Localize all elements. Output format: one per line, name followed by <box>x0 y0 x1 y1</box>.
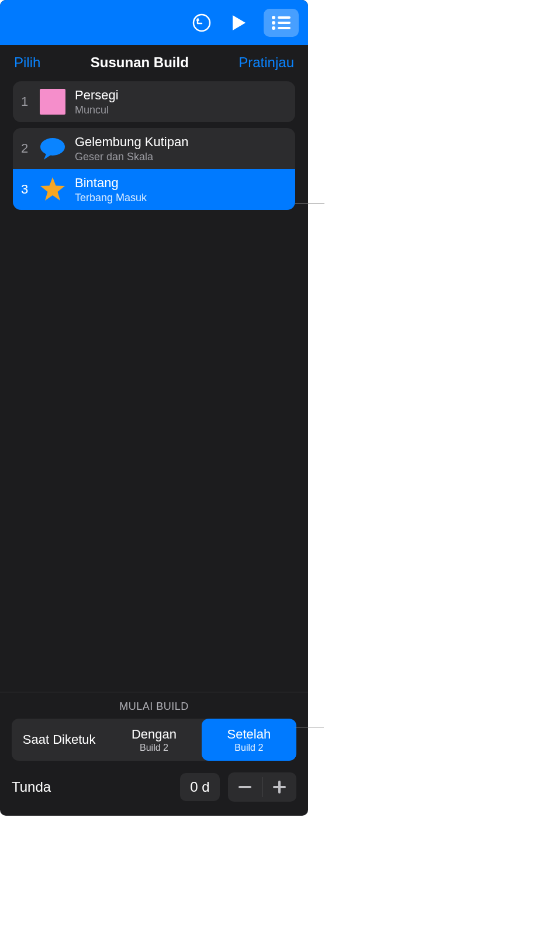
build-subtitle: Terbang Masuk <box>75 192 147 204</box>
play-button[interactable] <box>226 10 252 36</box>
star-icon <box>39 175 67 203</box>
panel-title: Susunan Build <box>91 54 189 71</box>
plus-icon <box>273 781 286 793</box>
build-subtitle: Muncul <box>75 104 119 116</box>
build-text: Gelembung Kutipan Geser dan Skala <box>75 134 188 163</box>
build-text: Bintang Terbang Masuk <box>75 175 147 204</box>
segment-on-tap[interactable]: Saat Diketuk <box>12 719 106 761</box>
delay-row: Tunda 0 d <box>12 772 296 802</box>
build-title: Bintang <box>75 175 147 191</box>
svg-rect-8 <box>238 786 251 788</box>
segment-title: Setelah <box>227 727 271 742</box>
segment-with[interactable]: Dengan Build 2 <box>106 719 201 761</box>
build-text: Persegi Muncul <box>75 88 119 116</box>
spacer <box>0 216 308 692</box>
minus-icon <box>238 786 251 788</box>
build-subtitle: Geser dan Skala <box>75 151 188 163</box>
build-title: Gelembung Kutipan <box>75 134 188 150</box>
callout-line <box>295 203 324 203</box>
build-item[interactable]: 1 Persegi Muncul <box>13 81 295 122</box>
play-icon <box>231 14 247 32</box>
start-build-label: MULAI BUILD <box>12 701 296 713</box>
svg-rect-10 <box>278 781 281 793</box>
stepper-plus-button[interactable] <box>262 772 296 802</box>
svg-point-3 <box>272 21 275 25</box>
build-item-selected[interactable]: 3 Bintang Terbang Masuk <box>13 169 295 210</box>
toolbar <box>0 0 308 45</box>
callout-line <box>295 727 324 727</box>
list-button[interactable] <box>264 9 299 37</box>
segment-title: Saat Diketuk <box>23 732 96 747</box>
svg-rect-6 <box>278 27 291 29</box>
select-link[interactable]: Pilih <box>14 54 40 71</box>
speech-bubble-icon <box>39 134 67 163</box>
header-row: Pilih Susunan Build Pratinjau <box>0 45 308 81</box>
undo-icon <box>192 13 212 33</box>
build-list: 1 Persegi Muncul 2 <box>0 81 308 216</box>
build-item[interactable]: 2 Gelembung Kutipan Geser dan Skala <box>13 128 295 169</box>
stepper-minus-button[interactable] <box>228 772 262 802</box>
svg-point-5 <box>272 26 275 30</box>
delay-stepper <box>228 772 296 802</box>
bottom-section: MULAI BUILD Saat Diketuk Dengan Build 2 … <box>0 692 308 816</box>
build-number: 3 <box>19 182 30 197</box>
square-shape-icon <box>39 88 67 116</box>
build-number: 1 <box>19 94 30 109</box>
build-group-2: 2 Gelembung Kutipan Geser dan Skala 3 <box>13 128 295 210</box>
list-icon <box>271 15 291 30</box>
segment-subtitle: Build 2 <box>234 743 263 753</box>
build-title: Persegi <box>75 88 119 103</box>
preview-link[interactable]: Pratinjau <box>238 54 294 71</box>
start-build-segmented-control: Saat Diketuk Dengan Build 2 Setelah Buil… <box>12 719 296 761</box>
delay-label: Tunda <box>12 779 172 795</box>
segment-title: Dengan <box>132 727 177 742</box>
segment-after[interactable]: Setelah Build 2 <box>202 719 296 761</box>
segment-subtitle: Build 2 <box>140 743 168 753</box>
svg-rect-2 <box>278 16 291 19</box>
undo-button[interactable] <box>189 10 215 36</box>
delay-value[interactable]: 0 d <box>180 773 220 801</box>
build-group-1: 1 Persegi Muncul <box>13 81 295 122</box>
build-number: 2 <box>19 141 30 156</box>
build-order-panel: Pilih Susunan Build Pratinjau 1 Persegi … <box>0 0 308 816</box>
svg-rect-4 <box>278 22 291 24</box>
svg-point-7 <box>40 138 65 156</box>
svg-point-1 <box>272 16 275 19</box>
